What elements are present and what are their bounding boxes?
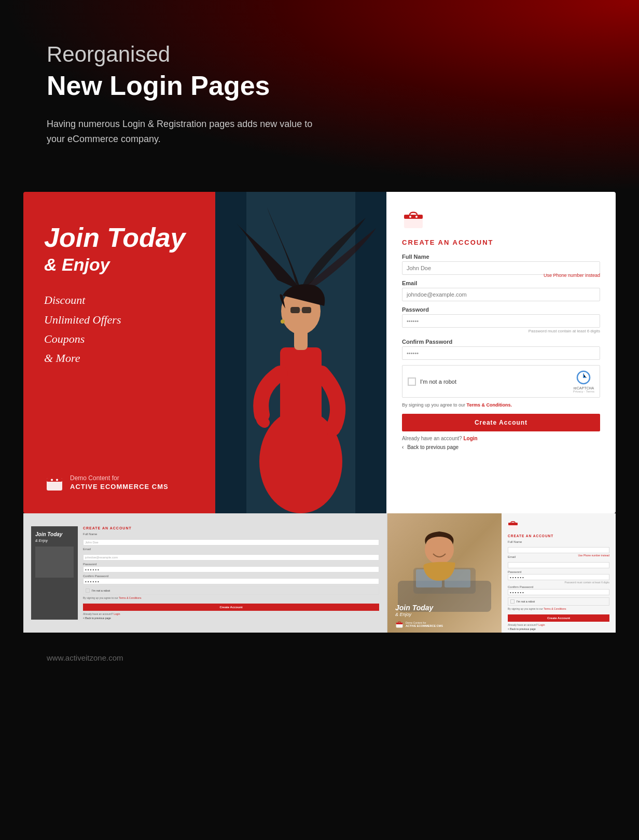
confirm-password-group: Confirm Password (402, 339, 600, 360)
thumb-form-title: CREATE AN ACCOUNT (83, 526, 379, 530)
thumb-middle-overlay: Join Today & Enjoy (395, 604, 433, 617)
svg-point-19 (409, 216, 411, 218)
email-group: Email Use Phone number instead (402, 280, 600, 301)
thumb-create-btn[interactable]: Create Account (83, 604, 379, 611)
thumb-confirm-label: Confirm Password (83, 575, 379, 578)
benefit-item-2: Unlimited Offers (44, 310, 195, 329)
thumb-right-logo-icon (508, 520, 518, 530)
branding: Demo Content for ACTIVE ECOMMERCE CMS (44, 472, 195, 493)
thumb-right-fname-input[interactable] (508, 547, 609, 553)
thumb-captcha-txt: I'm not a robot (92, 589, 110, 592)
left-panel: Join Today & Enjoy Discount Unlimited Of… (23, 192, 215, 513)
svg-rect-29 (396, 623, 403, 624)
thumb-captcha-cb (86, 589, 90, 593)
footer: www.activeitzone.com (0, 633, 639, 683)
terms-link[interactable]: Terms & Conditions. (467, 402, 512, 408)
header-title: New Login Pages (47, 69, 592, 102)
thumbnail-right: CREATE AN ACCOUNT Full Name Email Use Ph… (502, 513, 616, 633)
thumb-middle-brand: Demo Content for ACTIVE ECOMMERCE CMS (395, 620, 443, 628)
header-description: Having numerous Login & Registration pag… (47, 117, 316, 147)
thumb-right-create-btn[interactable]: Create Account (508, 614, 609, 622)
use-phone-link[interactable]: Use Phone number instead (544, 273, 600, 278)
login-row: Already have an account? Login (402, 436, 600, 441)
thumb-form-side: CREATE AN ACCOUNT Full Name Email Passwo… (83, 526, 379, 620)
thumb-fname-input[interactable] (83, 539, 379, 545)
brand-name: ACTIVE ECOMMERCE CMS (70, 483, 169, 491)
password-label: Password (402, 306, 600, 313)
thumb-terms: By signing up you agree to our Terms & C… (83, 596, 379, 599)
thumb-right-captcha-txt: I'm not a robot (517, 600, 535, 603)
header-section: Reorganised New Login Pages Having numer… (0, 0, 639, 192)
form-create-account-title: CREATE AN ACCOUNT (402, 239, 600, 246)
full-name-group: Full Name (402, 254, 600, 275)
brand-bag-icon (44, 472, 65, 493)
full-name-label: Full Name (402, 254, 600, 260)
thumb-inner-layout: Join Today & Enjoy CREATE AN ACCOUNT Ful… (31, 526, 379, 620)
back-link[interactable]: ‹ Back to previous page (402, 444, 600, 450)
demo-label: Demo Content for (70, 474, 169, 483)
svg-rect-10 (280, 347, 322, 451)
person-figure (215, 192, 386, 513)
thumbnail-left: Join Today & Enjoy CREATE AN ACCOUNT Ful… (23, 513, 387, 633)
thumbnails-section: Join Today & Enjoy CREATE AN ACCOUNT Ful… (23, 513, 616, 633)
thumb-login-row: Already have an account? Login (83, 612, 379, 615)
thumb-back-link[interactable]: < Back to previous page (83, 617, 379, 620)
thumb-brand-name: ACTIVE ECOMMERCE CMS (406, 624, 443, 627)
thumb-right-captcha-cb (510, 599, 515, 604)
svg-rect-31 (508, 523, 518, 525)
thumb-right-email-input[interactable] (508, 562, 609, 568)
thumb-right-confirm-label: Confirm Password (508, 585, 609, 589)
benefit-item-4: & More (44, 348, 195, 368)
svg-rect-8 (355, 192, 386, 513)
create-account-button[interactable]: Create Account (402, 414, 600, 431)
svg-rect-18 (404, 215, 423, 219)
thumb-right-back-link[interactable]: < Back to previous page (508, 627, 609, 631)
svg-point-16 (281, 319, 285, 324)
thumb-right-fname-label: Full Name (508, 540, 609, 543)
form-panel: CREATE AN ACCOUNT Full Name Email Use Ph… (386, 192, 616, 513)
join-subtitle: & Enjoy (44, 255, 195, 275)
header-subtitle: Reorganised (47, 41, 592, 67)
svg-point-2 (51, 479, 53, 481)
thumb-right-terms: By signing up you agree to our Terms & C… (508, 607, 609, 610)
captcha-checkbox[interactable] (408, 377, 416, 386)
email-input[interactable] (402, 288, 600, 301)
svg-rect-13 (290, 307, 300, 313)
middle-image-panel (215, 192, 386, 513)
svg-point-3 (56, 479, 58, 481)
svg-point-27 (425, 535, 454, 564)
terms-text: By signing up you agree to our Terms & C… (402, 402, 600, 409)
benefits-list: Discount Unlimited Offers Coupons & More (44, 290, 195, 368)
thumb-right-captcha-box: I'm not a robot (508, 597, 609, 606)
thumb-email-input[interactable] (83, 554, 379, 561)
password-group: Password Password must contain at least … (402, 306, 600, 333)
confirm-password-input[interactable] (402, 346, 600, 360)
captcha-label: I'm not a robot (420, 379, 456, 385)
footer-url: www.activeitzone.com (47, 653, 592, 662)
thumb-right-form-title: CREATE AN ACCOUNT (508, 534, 609, 538)
thumb-captcha-box: I'm not a robot (83, 586, 379, 595)
svg-rect-7 (215, 192, 246, 513)
password-input[interactable] (402, 314, 600, 328)
thumb-middle-bg: Join Today & Enjoy Demo Content for ACTI… (387, 513, 502, 633)
thumb-right-pass-label: Password (508, 570, 609, 573)
join-title: Join Today (44, 223, 195, 253)
benefit-item-3: Coupons (44, 329, 195, 348)
password-hint: Password must contain at least 6 digits (402, 329, 600, 333)
thumb-fname-label: Full Name (83, 533, 379, 536)
thumb-middle-join: Join Today (395, 604, 433, 612)
thumb-use-phone-text: Use Phone number instead (578, 554, 609, 557)
thumb-join-title: Join Today (35, 531, 74, 538)
main-preview-card: Join Today & Enjoy Discount Unlimited Of… (23, 192, 616, 513)
person-illustration (215, 192, 386, 513)
svg-rect-14 (302, 307, 311, 313)
email-label: Email (402, 280, 600, 286)
thumbnail-middle: Join Today & Enjoy Demo Content for ACTI… (387, 513, 502, 633)
svg-rect-1 (47, 478, 62, 482)
thumb-join-sub: & Enjoy (35, 539, 74, 542)
login-link[interactable]: Login (463, 436, 477, 441)
captcha-row[interactable]: I'm not a robot reCAPTCHA Privacy - Term… (402, 365, 600, 398)
thumb-right-login-row: Already have an account? Login (508, 623, 609, 626)
thumb-dark-panel: Join Today & Enjoy (31, 526, 78, 620)
thumb-brand-bag-icon (395, 620, 404, 628)
